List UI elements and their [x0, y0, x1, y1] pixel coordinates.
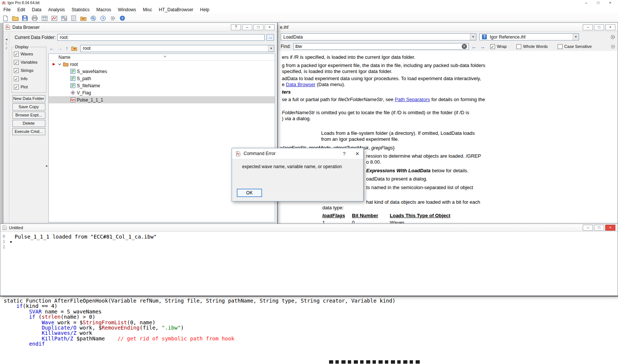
- menu-windows[interactable]: Windows: [114, 6, 139, 13]
- data-browser-close-button[interactable]: ×: [265, 24, 275, 30]
- list-header-row[interactable]: Name: [49, 54, 275, 61]
- menu-ht-databrowser[interactable]: HT_DataBrowser: [156, 6, 197, 13]
- find-previous-button[interactable]: ←: [471, 43, 477, 50]
- dialog-titlebar[interactable]: Command Error ? ✕: [232, 148, 363, 159]
- chevron-down-icon[interactable]: ▾: [268, 45, 274, 52]
- tree-item-pulse-1-1-1[interactable]: Pulse_1_1_1: [49, 96, 275, 103]
- command-close-button[interactable]: ×: [605, 225, 615, 231]
- app-title: Igor Pro 8.04 64-bit: [7, 1, 40, 5]
- tree-item-s-path[interactable]: S_path: [49, 75, 275, 82]
- clear-find-icon[interactable]: ✕: [462, 44, 467, 49]
- menu-macros[interactable]: Macros: [93, 6, 114, 13]
- checkbox-label: Whole Words: [523, 44, 548, 49]
- tree-item-v-flag[interactable]: V_Flag: [49, 89, 275, 96]
- help-close-button[interactable]: ×: [605, 24, 615, 30]
- help-icon[interactable]: ?: [118, 14, 127, 22]
- help-topic-value: LoadData: [283, 34, 303, 40]
- data-browser-help-button[interactable]: ?: [231, 24, 241, 30]
- wrap-checkbox[interactable]: ✓Wrap: [490, 44, 507, 49]
- menu-statistics[interactable]: Statistics: [68, 6, 93, 13]
- chevron-down-icon[interactable]: ▾: [470, 34, 476, 40]
- nav-back-button[interactable]: ←: [49, 45, 54, 51]
- tree-item-root[interactable]: ►root: [49, 61, 275, 68]
- tree-item-label: S_fileName: [77, 83, 100, 88]
- menu-help[interactable]: Help: [197, 6, 213, 13]
- app-close-button[interactable]: ×: [604, 1, 616, 5]
- current-data-folder-input[interactable]: root:: [57, 34, 265, 41]
- find-input[interactable]: ibw ✕: [293, 43, 469, 50]
- save-copy-button[interactable]: Save Copy: [12, 103, 45, 110]
- command-minimize-button[interactable]: –: [583, 225, 593, 231]
- help-text-line: Loads This Type of Object: [390, 213, 450, 218]
- ok-button[interactable]: OK: [237, 189, 262, 197]
- chevron-down-icon[interactable]: ▾: [573, 34, 579, 40]
- procedure-code-line: if (strlen(name) > 0): [4, 314, 618, 319]
- path-dropdown[interactable]: root ▾: [80, 45, 274, 52]
- browse-expt-button[interactable]: Browse Expt...: [12, 112, 45, 119]
- sidebar-splitter[interactable]: ◂: [45, 44, 48, 224]
- execute-cmd-button[interactable]: Execute Cmd...: [12, 128, 45, 135]
- command-maximize-button[interactable]: □: [594, 225, 604, 231]
- current-data-folder-value: root:: [60, 35, 69, 40]
- open-folder-icon[interactable]: [11, 14, 19, 22]
- help-window-titlebar[interactable]: e.ihf – □ ×: [278, 23, 618, 32]
- find-next-button[interactable]: →: [480, 43, 485, 50]
- menu-analysis[interactable]: Analysis: [45, 6, 68, 13]
- help-file-dropdown[interactable]: ? Igor Reference.ihf ▾: [479, 33, 579, 40]
- help-topic-dropdown[interactable]: LoadData ▾: [281, 33, 476, 40]
- nav-up-button[interactable]: ↑: [66, 45, 68, 51]
- name-column-header[interactable]: Name: [58, 55, 70, 60]
- help-minimize-button[interactable]: –: [583, 24, 593, 30]
- new-data-folder-button[interactable]: New Data Folder: [12, 95, 45, 102]
- display-info-checkbox[interactable]: ✓Info: [14, 75, 45, 83]
- dialog-help-button[interactable]: ?: [343, 151, 346, 157]
- new-folder-icon[interactable]: [71, 46, 77, 51]
- display-strings-checkbox[interactable]: ✓Strings: [14, 66, 45, 75]
- procedure-code-line: SVAR name = S_waveNames: [4, 309, 618, 314]
- tree-item-s-wavenames[interactable]: S_waveNames: [49, 68, 275, 75]
- procedure-window[interactable]: static Function AfterFileOpenHook(Variab…: [0, 296, 618, 364]
- history-circle-icon[interactable]: [99, 14, 107, 22]
- display-variables-checkbox[interactable]: ✓Variables: [14, 58, 45, 66]
- browse-circle-icon[interactable]: [89, 14, 97, 22]
- command-history-area[interactable]: 012 Pulse_1_1_1 loaded from "ECC#81_Col_…: [0, 232, 618, 295]
- tree-item-s-filename[interactable]: S_fileName: [49, 82, 275, 89]
- dialog-close-button[interactable]: ✕: [355, 151, 359, 157]
- delete-button[interactable]: Delete: [12, 120, 45, 127]
- data-browser-minimize-button[interactable]: –: [242, 24, 252, 30]
- gear-icon[interactable]: [108, 14, 117, 22]
- collapse-chevron-icon[interactable]: ◂: [4, 37, 9, 41]
- data-browser-maximize-button[interactable]: □: [253, 24, 263, 30]
- find-settings-gear-icon[interactable]: [611, 44, 615, 49]
- splitter-chevron-icon[interactable]: ◂: [45, 164, 47, 168]
- whole-words-checkbox[interactable]: Whole Words: [516, 44, 548, 49]
- display-plot-checkbox[interactable]: ✓Plot: [14, 83, 45, 91]
- menu-misc[interactable]: Misc: [139, 6, 156, 13]
- help-link[interactable]: Data Browser: [286, 82, 316, 87]
- display-waves-checkbox[interactable]: ✓Waves: [14, 50, 45, 58]
- expand-chevron-icon[interactable]: [58, 63, 61, 66]
- case-sensitive-checkbox[interactable]: Case Sensitive: [558, 44, 592, 49]
- print-icon[interactable]: [30, 14, 39, 22]
- menu-file[interactable]: File: [0, 6, 14, 13]
- help-maximize-button[interactable]: □: [594, 24, 604, 30]
- help-settings-gear-icon[interactable]: [610, 34, 615, 40]
- new-notebook-icon[interactable]: [69, 14, 78, 22]
- new-document-icon[interactable]: [1, 14, 10, 22]
- new-layout-icon[interactable]: [60, 14, 68, 22]
- help-text-line: 1: [322, 220, 325, 223]
- nav-forward-button[interactable]: →: [57, 45, 63, 51]
- data-browser-titlebar[interactable]: Data Browser ? – □ ×: [3, 23, 277, 32]
- save-icon[interactable]: [21, 14, 29, 22]
- display-group: Display ✓Waves✓Variables✓Strings✓Info✓Pl…: [12, 45, 46, 93]
- menu-data[interactable]: Data: [28, 6, 45, 13]
- set-data-folder-arrow-button[interactable]: →: [266, 34, 274, 41]
- help-link[interactable]: Path Separators: [395, 97, 430, 102]
- new-table-icon[interactable]: [40, 14, 49, 22]
- new-graph-icon[interactable]: [50, 14, 58, 22]
- app-minimize-button[interactable]: –: [580, 1, 592, 5]
- app-maximize-button[interactable]: □: [592, 1, 604, 5]
- command-window-titlebar[interactable]: Untitled – □ ×: [0, 224, 618, 232]
- data-browser-icon[interactable]: [79, 14, 88, 22]
- menu-edit[interactable]: Edit: [14, 6, 28, 13]
